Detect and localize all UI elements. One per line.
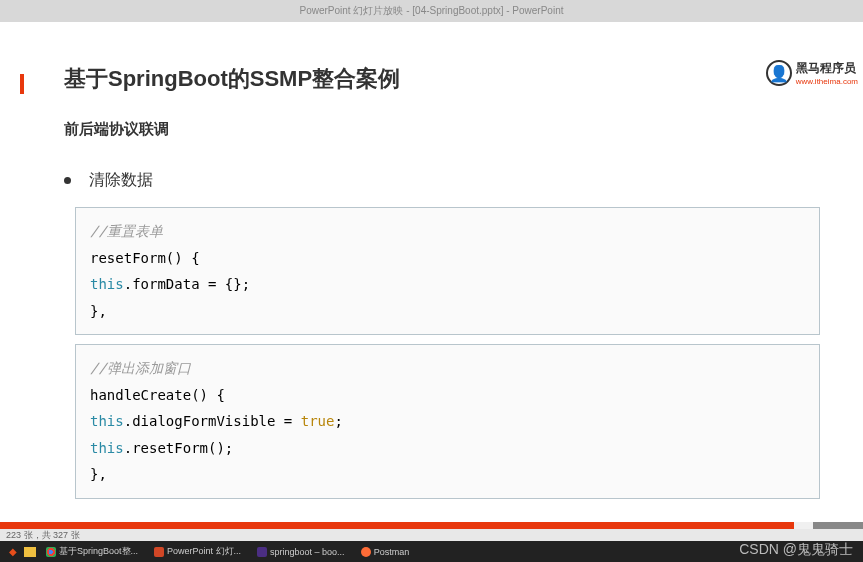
- bullet-item: 清除数据: [64, 170, 153, 191]
- powerpoint-icon: [154, 547, 164, 557]
- slide-title: 基于SpringBoot的SSMP整合案例: [64, 64, 400, 94]
- code-line: },: [90, 461, 805, 488]
- slide-content: 基于SpringBoot的SSMP整合案例 👤 黑马程序员 www.itheim…: [0, 22, 863, 512]
- progress-scrollbar[interactable]: [0, 522, 863, 529]
- idea-icon: [257, 547, 267, 557]
- logo-text: 黑马程序员: [796, 60, 858, 77]
- taskbar[interactable]: ◆ 基于SpringBoot整... PowerPoint 幻灯... spri…: [0, 541, 863, 562]
- code-line: this.resetForm();: [90, 435, 805, 462]
- window-titlebar: PowerPoint 幻灯片放映 - [04-SpringBoot.pptx] …: [0, 0, 863, 22]
- taskbar-item-idea[interactable]: springboot – boo...: [251, 544, 351, 560]
- start-icon[interactable]: ◆: [6, 545, 20, 559]
- taskbar-item-powerpoint[interactable]: PowerPoint 幻灯...: [148, 544, 247, 560]
- code-line: this.formData = {};: [90, 271, 805, 298]
- bullet-dot-icon: [64, 177, 71, 184]
- csdn-watermark: CSDN @鬼鬼骑士: [739, 541, 853, 559]
- brand-logo: 👤 黑马程序员 www.itheima.com: [766, 60, 858, 86]
- postman-icon: [361, 547, 371, 557]
- scroll-thumb[interactable]: [0, 522, 794, 529]
- code-line: },: [90, 298, 805, 325]
- code-comment: //弹出添加窗口: [90, 360, 191, 376]
- taskbar-item-chrome[interactable]: 基于SpringBoot整...: [40, 544, 144, 560]
- scroll-track: [813, 522, 863, 529]
- code-comment: //重置表单: [90, 223, 163, 239]
- code-line: resetForm() {: [90, 245, 805, 272]
- slide-subtitle: 前后端协议联调: [64, 120, 169, 139]
- chrome-icon: [46, 547, 56, 557]
- code-block-2: //弹出添加窗口 handleCreate() { this.dialogFor…: [75, 344, 820, 499]
- explorer-icon[interactable]: [24, 547, 36, 557]
- code-line: this.dialogFormVisible = true;: [90, 408, 805, 435]
- logo-icon: 👤: [766, 60, 792, 86]
- logo-url: www.itheima.com: [796, 77, 858, 86]
- code-block-1: //重置表单 resetForm() { this.formData = {};…: [75, 207, 820, 335]
- title-accent: [20, 74, 24, 94]
- bullet-text: 清除数据: [89, 171, 153, 188]
- code-line: handleCreate() {: [90, 382, 805, 409]
- taskbar-item-postman[interactable]: Postman: [355, 544, 416, 560]
- statusbar: 223 张，共 327 张: [0, 529, 863, 541]
